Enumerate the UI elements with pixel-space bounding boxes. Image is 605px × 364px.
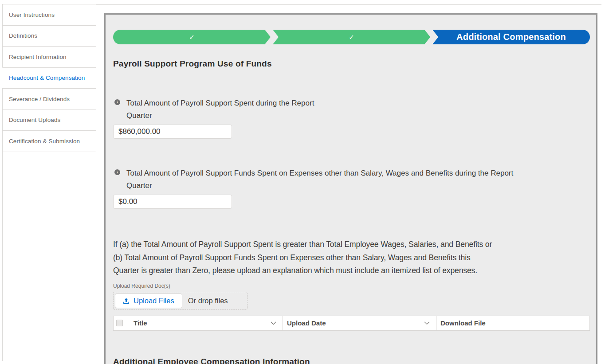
sidebar-tail-divider xyxy=(2,152,96,361)
column-label: Upload Date xyxy=(287,319,326,327)
progress-step-1-complete[interactable]: ✓ xyxy=(113,30,271,44)
upload-icon xyxy=(123,297,130,304)
drop-files-hint: Or drop files xyxy=(188,297,228,305)
uploaded-files-table-header: Title Upload Date Download File xyxy=(113,316,590,331)
sidebar-item-definitions[interactable]: Definitions xyxy=(2,25,96,47)
chevron-down-icon[interactable] xyxy=(271,321,276,325)
sidebar-item-headcount-compensation[interactable]: Headcount & Compensation xyxy=(2,67,96,89)
progress-step-3-current[interactable]: Additional Compensation xyxy=(432,30,590,44)
column-label: Download File xyxy=(440,319,486,327)
progress-step-2-complete[interactable]: ✓ xyxy=(273,30,430,44)
info-icon[interactable]: i xyxy=(114,99,120,105)
sidebar-item-document-uploads[interactable]: Document Uploads xyxy=(2,110,96,131)
column-header-download-file[interactable]: Download File xyxy=(436,316,589,330)
upload-required-docs-label: Upload Required Doc(s) xyxy=(113,283,590,289)
column-header-title[interactable]: Title xyxy=(130,316,283,330)
upload-files-button-label: Upload Files xyxy=(134,297,174,305)
total-payroll-support-spent-input[interactable] xyxy=(113,125,232,139)
field-funds-spent-other-expenses: i Total Amount of Payroll Support Funds … xyxy=(113,167,590,209)
info-icon[interactable]: i xyxy=(114,169,120,175)
upload-files-button[interactable]: Upload Files xyxy=(115,294,182,308)
sidebar-item-recipient-information[interactable]: Recipient Information xyxy=(2,46,96,68)
funds-spent-other-expenses-input[interactable] xyxy=(113,195,232,209)
upload-instruction-text: If (a) the Total Amount of Payroll Suppo… xyxy=(113,238,590,278)
column-header-upload-date[interactable]: Upload Date xyxy=(283,316,436,330)
progress-step-label: Additional Compensation xyxy=(456,32,566,42)
progress-path: ✓ ✓ Additional Compensation xyxy=(113,30,590,44)
content-panel: ✓ ✓ Additional Compensation Payroll Supp… xyxy=(104,13,597,364)
sidebar-nav: User Instructions Definitions Recipient … xyxy=(2,4,96,361)
select-all-checkbox[interactable] xyxy=(116,320,123,326)
field-label: Total Amount of Payroll Support Spent du… xyxy=(126,97,314,122)
chevron-down-icon[interactable] xyxy=(424,321,430,325)
field-label: Total Amount of Payroll Support Funds Sp… xyxy=(126,167,513,192)
column-label: Title xyxy=(134,319,147,327)
section-title-use-of-funds: Payroll Support Program Use of Funds xyxy=(113,59,590,69)
select-all-cell xyxy=(114,316,130,330)
check-icon: ✓ xyxy=(189,34,195,40)
file-dropzone[interactable]: Upload Files Or drop files xyxy=(113,292,248,310)
field-total-payroll-support-spent: i Total Amount of Payroll Support Spent … xyxy=(113,97,590,139)
sidebar-item-severance-dividends[interactable]: Severance / Dividends xyxy=(2,88,96,110)
sidebar-item-certification-submission[interactable]: Certification & Submission xyxy=(2,130,96,152)
sidebar-item-user-instructions[interactable]: User Instructions xyxy=(2,4,96,26)
check-icon: ✓ xyxy=(349,34,354,40)
section-title-additional-compensation: Additional Employee Compensation Informa… xyxy=(113,357,590,364)
